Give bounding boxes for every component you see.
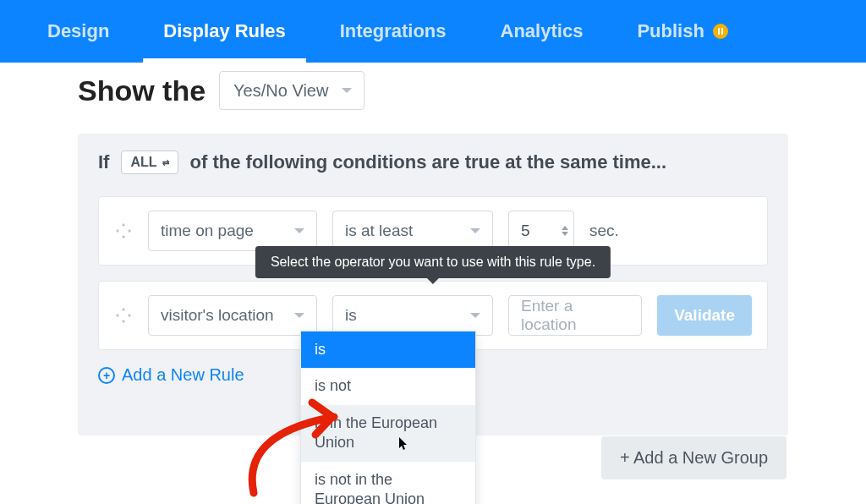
view-select-value: Yes/No View — [233, 81, 328, 101]
unit-label: sec. — [589, 222, 619, 240]
view-select[interactable]: Yes/No View — [219, 71, 364, 110]
operator-tooltip: Select the operator you want to use with… — [255, 246, 611, 278]
drag-handle-icon[interactable] — [114, 222, 133, 240]
chevron-down-icon — [294, 228, 304, 233]
stepper-arrows[interactable] — [562, 226, 568, 236]
location-input[interactable]: Enter a location — [508, 295, 642, 336]
operator-option-not-eu[interactable]: is not in the European Union — [301, 462, 475, 504]
logic-toggle-label: ALL — [130, 155, 156, 170]
plus-circle-icon: + — [98, 367, 115, 384]
nav-publish-label: Publish — [637, 20, 704, 42]
add-group-button[interactable]: + Add a New Group — [601, 436, 787, 479]
operator-dropdown: is is not is in the European Union is no… — [300, 331, 476, 504]
operator-option-is[interactable]: is — [301, 331, 475, 368]
group-header: If ALL ⇄ of the following conditions are… — [98, 151, 768, 174]
rule-type-value: visitor's location — [161, 306, 274, 325]
operator-value: is — [345, 306, 357, 325]
group-suffix: of the following conditions are true at … — [190, 151, 667, 173]
location-placeholder: Enter a location — [521, 297, 629, 334]
add-rule-label: Add a New Rule — [122, 365, 244, 385]
operator-option-eu[interactable]: is in the European Union — [301, 405, 475, 462]
top-nav: Design Display Rules Integrations Analyt… — [0, 0, 866, 63]
nav-display-rules[interactable]: Display Rules — [136, 0, 312, 63]
chevron-down-icon — [342, 88, 352, 93]
chevron-down-icon — [470, 228, 480, 233]
operator-select[interactable]: is at least — [332, 211, 493, 251]
pause-icon — [713, 24, 728, 39]
drag-handle-icon[interactable] — [114, 306, 133, 325]
chevron-down-icon — [294, 313, 304, 318]
operator-option-eu-label: is in the European Union — [315, 414, 437, 451]
value-input[interactable]: 5 — [508, 211, 574, 251]
nav-design[interactable]: Design — [20, 0, 136, 63]
nav-integrations[interactable]: Integrations — [313, 0, 474, 63]
rule-type-select[interactable]: time on page — [148, 211, 317, 251]
validate-button[interactable]: Validate — [657, 295, 752, 336]
conditions-group: If ALL ⇄ of the following conditions are… — [78, 134, 788, 436]
operator-select[interactable]: is — [332, 295, 493, 336]
rule-row: Select the operator you want to use with… — [98, 281, 768, 350]
swap-icon: ⇄ — [162, 158, 169, 167]
group-prefix: If — [98, 151, 109, 173]
operator-option-is-not[interactable]: is not — [301, 368, 475, 404]
nav-publish[interactable]: Publish — [610, 0, 754, 63]
rule-type-value: time on page — [161, 222, 254, 240]
chevron-down-icon — [470, 313, 480, 318]
logic-toggle[interactable]: ALL ⇄ — [121, 151, 178, 174]
nav-analytics[interactable]: Analytics — [474, 0, 611, 63]
rule-type-select[interactable]: visitor's location — [148, 295, 317, 336]
page-title: Show the — [78, 74, 206, 107]
rule-header: Show the Yes/No View — [78, 71, 788, 110]
operator-value: is at least — [345, 222, 413, 240]
cursor-icon — [399, 437, 409, 454]
value-text: 5 — [521, 222, 530, 240]
